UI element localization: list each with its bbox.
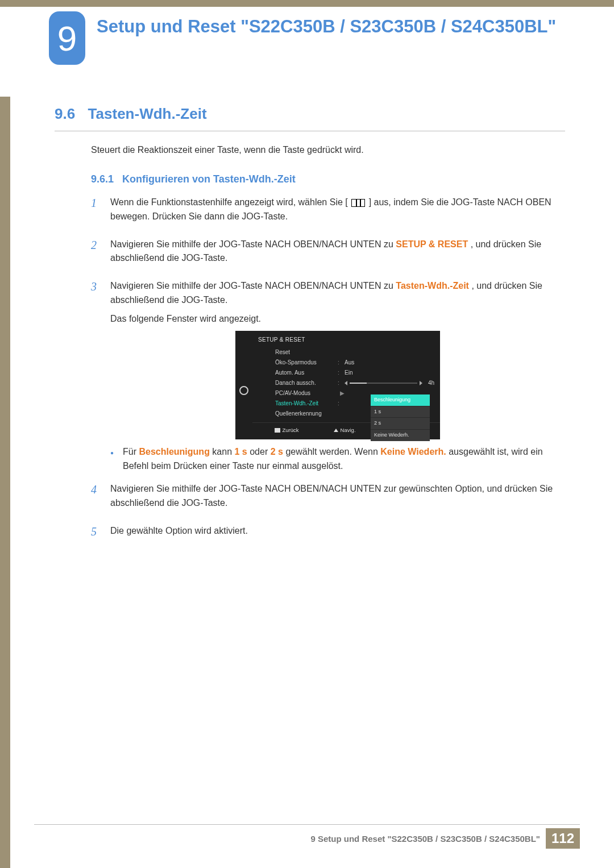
step-number: 5 xyxy=(91,524,102,543)
keyword: Beschleunigung xyxy=(139,447,209,456)
osd-option: 1 s xyxy=(371,406,430,418)
osd-option: Keine Wiederh. xyxy=(371,430,430,441)
step-number: 3 xyxy=(91,279,102,473)
step-4: 4 Navigieren Sie mithilfe der JOG-Taste … xyxy=(91,482,565,515)
osd-row: Autom. Aus : Ein xyxy=(275,368,434,378)
osd-slider: 4h xyxy=(345,379,434,388)
step-text: Navigieren Sie mithilfe der JOG-Taste NA… xyxy=(110,281,396,290)
step-1: 1 Wenn die Funktionstastenhilfe angezeig… xyxy=(91,196,565,229)
chevron-right-icon: ▶ xyxy=(340,389,345,398)
triangle-right-icon xyxy=(420,381,422,385)
osd-label: Tasten-Wdh.-Zeit xyxy=(275,399,338,408)
keyword: SETUP & RESET xyxy=(396,239,468,249)
bullet-text: kann xyxy=(212,447,234,456)
chapter-header: 9 Setup und Reset "S22C350B / S23C350B /… xyxy=(49,11,565,65)
section-divider xyxy=(55,131,565,131)
subsection-title: Konfigurieren von Tasten-Wdh.-Zeit xyxy=(122,173,296,185)
left-accent-band xyxy=(0,97,10,868)
osd-value: 4h xyxy=(428,379,434,388)
keyword: 1 s xyxy=(235,447,247,456)
keyword: 2 s xyxy=(271,447,283,456)
step-text: Das folgende Fenster wird angezeigt. xyxy=(110,312,565,326)
page-number: 112 xyxy=(546,828,580,849)
osd-label: Danach aussch. xyxy=(275,379,338,388)
osd-label: Reset xyxy=(275,348,338,357)
osd-label: Quellenerkennung xyxy=(275,409,338,418)
back-icon xyxy=(275,428,280,433)
page-content: 9.6 Tasten-Wdh.-Zeit Steuert die Reaktio… xyxy=(55,105,565,552)
footer-text: 9 Setup und Reset "S22C350B / S23C350B /… xyxy=(310,834,540,844)
osd-value: Aus xyxy=(345,358,434,367)
osd-window: SETUP & RESET Reset Öko-Sparmodus : Aus xyxy=(235,331,440,439)
osd-label: PC/AV-Modus xyxy=(275,389,338,398)
top-accent-band xyxy=(0,0,614,7)
gear-icon xyxy=(239,386,248,395)
bullet-text: oder xyxy=(250,447,270,456)
section-number: 9.6 xyxy=(55,105,75,123)
step-2: 2 Navigieren Sie mithilfe der JOG-Taste … xyxy=(91,238,565,271)
osd-option-selected: Beschleunigung xyxy=(371,394,430,406)
osd-footer-nav: Navig. xyxy=(341,426,356,435)
bullet-text: Für xyxy=(123,447,139,456)
section-heading: 9.6 Tasten-Wdh.-Zeit xyxy=(55,105,565,123)
step-3: 3 Navigieren Sie mithilfe der JOG-Taste … xyxy=(91,279,565,473)
step-number: 2 xyxy=(91,238,102,271)
bullet-item: ● Für Beschleunigung kann 1 s oder 2 s g… xyxy=(110,445,565,474)
page-footer: 9 Setup und Reset "S22C350B / S23C350B /… xyxy=(34,824,580,849)
osd-label: Öko-Sparmodus xyxy=(275,358,338,367)
step-list: 1 Wenn die Funktionstastenhilfe angezeig… xyxy=(91,196,565,543)
osd-row: Öko-Sparmodus : Aus xyxy=(275,358,434,368)
osd-footer-back: Zurück xyxy=(283,426,299,435)
bullet-text: gewählt werden. Wenn xyxy=(285,447,380,456)
step-text: Die gewählte Option wird aktiviert. xyxy=(110,524,248,538)
footer-divider xyxy=(34,824,580,825)
osd-row: Reset xyxy=(275,347,434,358)
chapter-title: Setup und Reset "S22C350B / S23C350B / S… xyxy=(97,11,556,37)
section-intro: Steuert die Reaktionszeit einer Taste, w… xyxy=(91,145,565,155)
step-text: Navigieren Sie mithilfe der JOG-Taste NA… xyxy=(110,239,396,249)
step-number: 1 xyxy=(91,196,102,229)
step-number: 4 xyxy=(91,482,102,515)
subsection-heading: 9.6.1 Konfigurieren von Tasten-Wdh.-Zeit xyxy=(91,173,565,185)
step-text: Navigieren Sie mithilfe der JOG-Taste NA… xyxy=(110,482,565,510)
osd-label: Autom. Aus xyxy=(275,368,338,377)
section-title: Tasten-Wdh.-Zeit xyxy=(88,105,207,123)
step-text: Wenn die Funktionstastenhilfe angezeigt … xyxy=(110,197,348,207)
navigate-icon xyxy=(334,429,338,432)
step-5: 5 Die gewählte Option wird aktiviert. xyxy=(91,524,565,543)
osd-popup: Beschleunigung 1 s 2 s Keine Wiederh. xyxy=(371,394,430,442)
keyword: Keine Wiederh. xyxy=(380,447,446,456)
bullet-icon: ● xyxy=(110,445,117,474)
osd-value: Ein xyxy=(345,368,434,377)
osd-option: 2 s xyxy=(371,418,430,430)
menu-icon xyxy=(351,199,365,207)
chapter-number-badge: 9 xyxy=(49,11,85,65)
triangle-left-icon xyxy=(345,381,347,385)
keyword: Tasten-Wdh.-Zeit xyxy=(396,281,469,290)
osd-row: Danach aussch. : 4h xyxy=(275,378,434,388)
osd-title: SETUP & RESET xyxy=(252,331,440,348)
subsection-number: 9.6.1 xyxy=(91,173,114,185)
